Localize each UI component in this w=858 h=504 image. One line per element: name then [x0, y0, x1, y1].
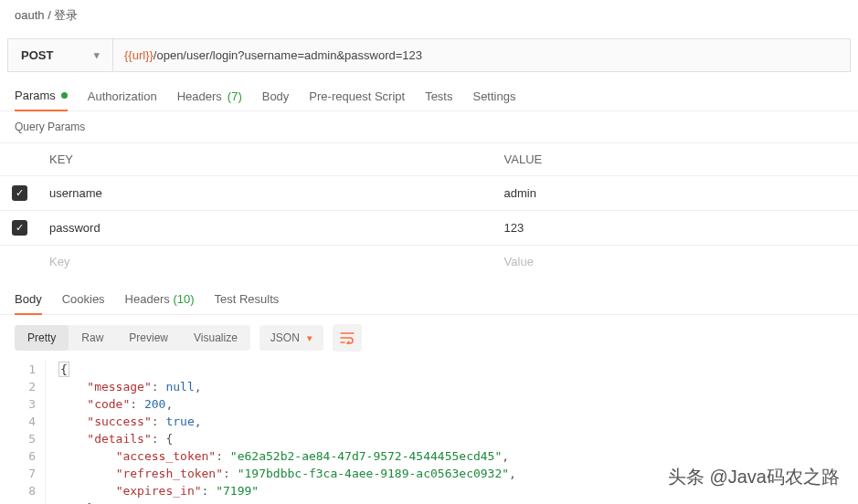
- col-value: VALUE: [493, 143, 858, 176]
- request-tabs: Params Authorization Headers (7) Body Pr…: [0, 79, 858, 111]
- resp-tab-body[interactable]: Body: [15, 292, 42, 315]
- url-input[interactable]: {{url}}/open/user/login?username=admin&p…: [113, 39, 850, 71]
- view-raw-button[interactable]: Raw: [69, 325, 116, 351]
- param-value-input[interactable]: admin: [493, 176, 858, 211]
- table-row-empty: Key Value: [0, 246, 858, 278]
- view-mode-group: Pretty Raw Preview Visualize: [15, 325, 250, 351]
- param-key-placeholder[interactable]: Key: [38, 246, 493, 278]
- watermark: 头条 @Java码农之路: [668, 465, 840, 489]
- resp-tab-cookies[interactable]: Cookies: [62, 292, 105, 314]
- tab-settings[interactable]: Settings: [472, 89, 515, 110]
- param-value-placeholder[interactable]: Value: [493, 246, 858, 278]
- param-key-input[interactable]: username: [38, 176, 493, 211]
- view-visualize-button[interactable]: Visualize: [181, 325, 250, 351]
- checkbox[interactable]: ✓: [12, 220, 27, 236]
- breadcrumb-sep: /: [48, 8, 51, 22]
- wrap-icon: [340, 331, 355, 344]
- tab-body[interactable]: Body: [262, 89, 290, 110]
- col-key: KEY: [38, 143, 493, 176]
- chevron-down-icon: ▾: [307, 332, 312, 344]
- view-toolbar: Pretty Raw Preview Visualize JSON ▾: [0, 315, 858, 361]
- active-dot-icon: [61, 92, 68, 99]
- table-row: ✓ password 123: [0, 211, 858, 246]
- params-table: KEY VALUE ✓ username admin ✓ password 12…: [0, 142, 858, 278]
- url-variable: {{url}}: [124, 48, 154, 62]
- method-label: POST: [21, 48, 53, 62]
- method-select[interactable]: POST ▾: [8, 39, 113, 71]
- line-gutter: 12345678910: [0, 361, 46, 504]
- tab-authorization[interactable]: Authorization: [88, 89, 157, 110]
- query-params-title: Query Params: [0, 111, 858, 142]
- view-preview-button[interactable]: Preview: [116, 325, 181, 351]
- breadcrumb: oauth / 登录: [0, 0, 858, 31]
- resp-tab-headers[interactable]: Headers (10): [125, 292, 195, 314]
- view-pretty-button[interactable]: Pretty: [15, 325, 69, 351]
- request-row: POST ▾ {{url}}/open/user/login?username=…: [7, 38, 851, 72]
- wrap-lines-button[interactable]: [333, 324, 362, 352]
- resp-tab-testresults[interactable]: Test Results: [215, 292, 280, 314]
- table-row: ✓ username admin: [0, 176, 858, 211]
- format-select[interactable]: JSON ▾: [260, 325, 323, 351]
- code-content: { "message": null, "code": 200, "success…: [46, 361, 516, 504]
- tab-params[interactable]: Params: [15, 89, 68, 111]
- tab-headers[interactable]: Headers (7): [177, 89, 242, 110]
- checkbox[interactable]: ✓: [12, 185, 27, 201]
- param-value-input[interactable]: 123: [493, 211, 858, 246]
- param-key-input[interactable]: password: [38, 211, 493, 246]
- url-path: /open/user/login?username=admin&password…: [154, 48, 422, 62]
- tab-tests[interactable]: Tests: [425, 89, 452, 110]
- chevron-down-icon: ▾: [94, 49, 100, 61]
- tab-prerequest[interactable]: Pre-request Script: [309, 89, 405, 110]
- breadcrumb-folder[interactable]: oauth: [15, 8, 45, 22]
- breadcrumb-name[interactable]: 登录: [54, 8, 78, 22]
- response-tabs: Body Cookies Headers (10) Test Results: [0, 283, 858, 315]
